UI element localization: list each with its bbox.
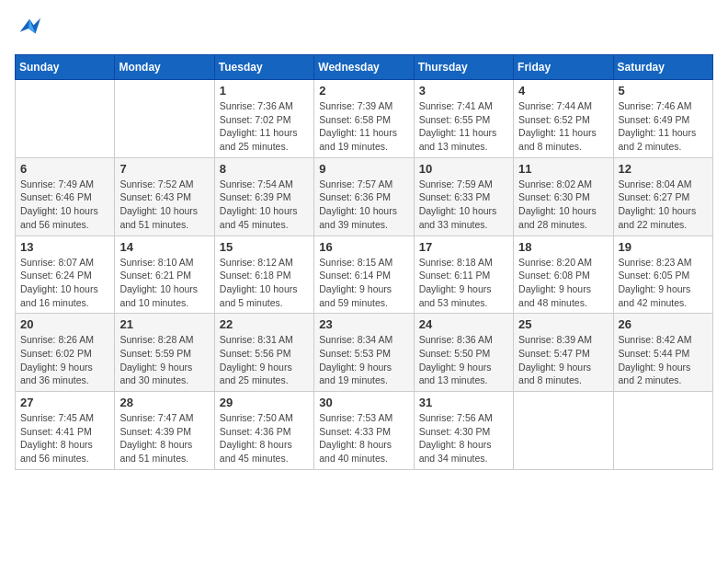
day-detail: Sunrise: 7:56 AM Sunset: 4:30 PM Dayligh… — [419, 411, 508, 465]
calendar-cell: 20Sunrise: 8:26 AM Sunset: 6:02 PM Dayli… — [16, 314, 115, 392]
day-detail: Sunrise: 8:18 AM Sunset: 6:11 PM Dayligh… — [419, 256, 508, 310]
day-number: 6 — [20, 162, 109, 176]
day-detail: Sunrise: 8:15 AM Sunset: 6:14 PM Dayligh… — [319, 256, 408, 310]
calendar-cell: 13Sunrise: 8:07 AM Sunset: 6:24 PM Dayli… — [16, 236, 115, 314]
calendar-cell: 8Sunrise: 7:54 AM Sunset: 6:39 PM Daylig… — [214, 157, 313, 236]
weekday-thursday: Thursday — [414, 55, 513, 80]
calendar-cell — [514, 392, 613, 470]
day-detail: Sunrise: 8:12 AM Sunset: 6:18 PM Dayligh… — [220, 256, 309, 310]
day-number: 21 — [119, 317, 209, 331]
day-detail: Sunrise: 7:44 AM Sunset: 6:52 PM Dayligh… — [518, 99, 608, 154]
calendar-cell: 16Sunrise: 8:15 AM Sunset: 6:14 PM Dayli… — [314, 236, 414, 314]
day-number: 7 — [119, 162, 209, 176]
day-number: 9 — [319, 162, 408, 176]
day-number: 27 — [20, 396, 109, 409]
day-number: 8 — [220, 162, 309, 176]
day-detail: Sunrise: 7:53 AM Sunset: 4:33 PM Dayligh… — [319, 411, 408, 465]
day-number: 25 — [518, 317, 608, 331]
day-number: 1 — [220, 84, 309, 98]
calendar: SundayMondayTuesdayWednesdayThursdayFrid… — [15, 54, 713, 470]
day-detail: Sunrise: 7:39 AM Sunset: 6:58 PM Dayligh… — [319, 99, 408, 154]
calendar-week-2: 6Sunrise: 7:49 AM Sunset: 6:46 PM Daylig… — [16, 157, 713, 236]
day-detail: Sunrise: 8:26 AM Sunset: 6:02 PM Dayligh… — [20, 333, 109, 387]
calendar-cell: 9Sunrise: 7:57 AM Sunset: 6:36 PM Daylig… — [314, 157, 414, 236]
weekday-wednesday: Wednesday — [314, 55, 414, 80]
calendar-cell: 6Sunrise: 7:49 AM Sunset: 6:46 PM Daylig… — [16, 157, 115, 236]
day-number: 29 — [220, 396, 309, 409]
calendar-week-4: 20Sunrise: 8:26 AM Sunset: 6:02 PM Dayli… — [16, 314, 713, 392]
calendar-cell: 10Sunrise: 7:59 AM Sunset: 6:33 PM Dayli… — [414, 157, 513, 236]
calendar-cell: 30Sunrise: 7:53 AM Sunset: 4:33 PM Dayli… — [314, 392, 414, 470]
day-number: 26 — [619, 317, 708, 331]
day-detail: Sunrise: 8:07 AM Sunset: 6:24 PM Dayligh… — [20, 256, 109, 310]
day-detail: Sunrise: 7:36 AM Sunset: 7:02 PM Dayligh… — [220, 99, 309, 154]
weekday-friday: Friday — [514, 55, 613, 80]
day-number: 10 — [419, 162, 508, 176]
day-number: 16 — [319, 240, 408, 254]
day-detail: Sunrise: 8:20 AM Sunset: 6:08 PM Dayligh… — [518, 256, 608, 310]
day-detail: Sunrise: 8:39 AM Sunset: 5:47 PM Dayligh… — [518, 333, 608, 387]
day-detail: Sunrise: 8:34 AM Sunset: 5:53 PM Dayligh… — [319, 333, 408, 387]
calendar-cell: 24Sunrise: 8:36 AM Sunset: 5:50 PM Dayli… — [414, 314, 513, 392]
calendar-cell: 17Sunrise: 8:18 AM Sunset: 6:11 PM Dayli… — [414, 236, 513, 314]
calendar-week-3: 13Sunrise: 8:07 AM Sunset: 6:24 PM Dayli… — [16, 236, 713, 314]
day-detail: Sunrise: 7:46 AM Sunset: 6:49 PM Dayligh… — [619, 99, 708, 154]
day-detail: Sunrise: 8:31 AM Sunset: 5:56 PM Dayligh… — [220, 333, 309, 387]
day-number: 30 — [319, 396, 408, 409]
calendar-cell: 2Sunrise: 7:39 AM Sunset: 6:58 PM Daylig… — [314, 80, 414, 158]
weekday-tuesday: Tuesday — [214, 55, 313, 80]
day-detail: Sunrise: 8:02 AM Sunset: 6:30 PM Dayligh… — [518, 178, 608, 232]
calendar-cell: 26Sunrise: 8:42 AM Sunset: 5:44 PM Dayli… — [613, 314, 712, 392]
calendar-cell: 4Sunrise: 7:44 AM Sunset: 6:52 PM Daylig… — [514, 80, 613, 158]
calendar-week-5: 27Sunrise: 7:45 AM Sunset: 4:41 PM Dayli… — [16, 392, 713, 470]
calendar-cell: 31Sunrise: 7:56 AM Sunset: 4:30 PM Dayli… — [414, 392, 513, 470]
calendar-cell — [115, 80, 214, 158]
calendar-cell: 3Sunrise: 7:41 AM Sunset: 6:55 PM Daylig… — [414, 80, 513, 158]
day-number: 4 — [518, 84, 608, 98]
day-number: 20 — [20, 317, 109, 331]
calendar-cell: 15Sunrise: 8:12 AM Sunset: 6:18 PM Dayli… — [214, 236, 313, 314]
day-number: 5 — [619, 84, 708, 98]
day-detail: Sunrise: 7:52 AM Sunset: 6:43 PM Dayligh… — [119, 178, 209, 232]
day-number: 22 — [220, 317, 309, 331]
header — [15, 15, 713, 45]
calendar-cell — [16, 80, 115, 158]
calendar-week-1: 1Sunrise: 7:36 AM Sunset: 7:02 PM Daylig… — [16, 80, 713, 158]
logo — [15, 15, 42, 45]
day-detail: Sunrise: 7:47 AM Sunset: 4:39 PM Dayligh… — [119, 411, 209, 465]
calendar-cell: 5Sunrise: 7:46 AM Sunset: 6:49 PM Daylig… — [613, 80, 712, 158]
day-detail: Sunrise: 8:42 AM Sunset: 5:44 PM Dayligh… — [619, 333, 708, 387]
day-number: 24 — [419, 317, 508, 331]
calendar-cell: 11Sunrise: 8:02 AM Sunset: 6:30 PM Dayli… — [514, 157, 613, 236]
weekday-sunday: Sunday — [16, 55, 115, 80]
calendar-body: 1Sunrise: 7:36 AM Sunset: 7:02 PM Daylig… — [16, 80, 713, 470]
day-detail: Sunrise: 7:54 AM Sunset: 6:39 PM Dayligh… — [220, 178, 309, 232]
day-number: 12 — [619, 162, 708, 176]
day-detail: Sunrise: 8:28 AM Sunset: 5:59 PM Dayligh… — [119, 333, 209, 387]
day-number: 31 — [419, 396, 508, 409]
day-detail: Sunrise: 7:45 AM Sunset: 4:41 PM Dayligh… — [20, 411, 109, 465]
day-number: 15 — [220, 240, 309, 254]
calendar-cell: 1Sunrise: 7:36 AM Sunset: 7:02 PM Daylig… — [214, 80, 313, 158]
calendar-cell — [613, 392, 712, 470]
calendar-cell: 28Sunrise: 7:47 AM Sunset: 4:39 PM Dayli… — [115, 392, 214, 470]
day-detail: Sunrise: 8:04 AM Sunset: 6:27 PM Dayligh… — [619, 178, 708, 232]
weekday-monday: Monday — [115, 55, 214, 80]
day-number: 3 — [419, 84, 508, 98]
day-number: 17 — [419, 240, 508, 254]
calendar-cell: 25Sunrise: 8:39 AM Sunset: 5:47 PM Dayli… — [514, 314, 613, 392]
day-detail: Sunrise: 7:50 AM Sunset: 4:36 PM Dayligh… — [220, 411, 309, 465]
calendar-cell: 29Sunrise: 7:50 AM Sunset: 4:36 PM Dayli… — [214, 392, 313, 470]
day-detail: Sunrise: 7:49 AM Sunset: 6:46 PM Dayligh… — [20, 178, 109, 232]
day-detail: Sunrise: 7:59 AM Sunset: 6:33 PM Dayligh… — [419, 178, 508, 232]
logo-bird-icon — [17, 15, 42, 40]
day-number: 2 — [319, 84, 408, 98]
calendar-cell: 14Sunrise: 8:10 AM Sunset: 6:21 PM Dayli… — [115, 236, 214, 314]
calendar-cell: 18Sunrise: 8:20 AM Sunset: 6:08 PM Dayli… — [514, 236, 613, 314]
calendar-cell: 27Sunrise: 7:45 AM Sunset: 4:41 PM Dayli… — [16, 392, 115, 470]
calendar-cell: 7Sunrise: 7:52 AM Sunset: 6:43 PM Daylig… — [115, 157, 214, 236]
day-detail: Sunrise: 8:10 AM Sunset: 6:21 PM Dayligh… — [119, 256, 209, 310]
day-number: 18 — [518, 240, 608, 254]
day-detail: Sunrise: 7:41 AM Sunset: 6:55 PM Dayligh… — [419, 99, 508, 154]
weekday-header-row: SundayMondayTuesdayWednesdayThursdayFrid… — [16, 55, 713, 80]
